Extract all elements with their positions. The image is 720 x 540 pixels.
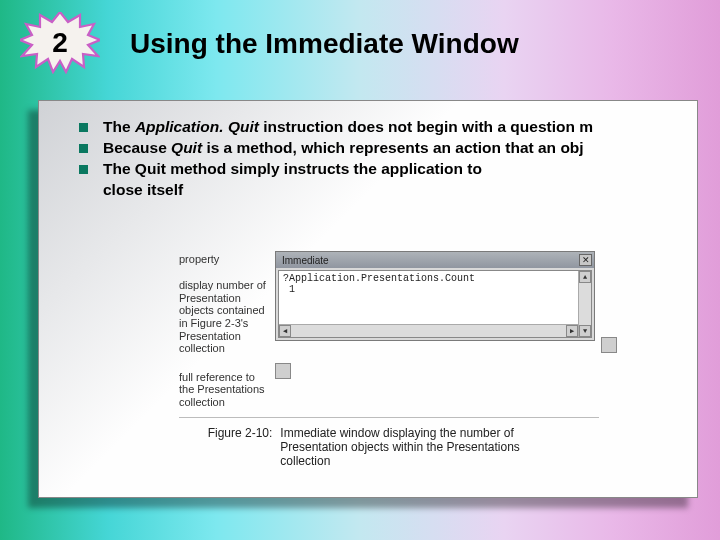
figure-number: Figure 2-10: xyxy=(208,426,273,468)
bullet-text: The Quit method simply instructs the app… xyxy=(103,160,482,177)
bullet-text: instruction does not begin with a questi… xyxy=(259,118,593,135)
bullet-item: The Application. Quit instruction does n… xyxy=(79,117,697,138)
starburst-number: 2 xyxy=(52,27,68,59)
bullet-item: Because Quit is a method, which represen… xyxy=(79,138,697,159)
figure-label-property: property xyxy=(179,251,269,265)
figure-caption: Figure 2-10: Immediate window displaying… xyxy=(179,426,599,468)
scroll-up-icon[interactable]: ▲ xyxy=(579,271,591,283)
figure-divider xyxy=(179,417,599,418)
scroll-left-icon[interactable]: ◀ xyxy=(279,325,291,337)
figure-label-fullref: full reference to the Presentations coll… xyxy=(179,359,269,409)
bullet-text: is a method, which represents an action … xyxy=(202,139,584,156)
bullet-list: The Application. Quit instruction does n… xyxy=(79,117,697,201)
bullet-text: close itself xyxy=(103,181,183,198)
immediate-body[interactable]: ?Application.Presentations.Count 1 ▲ ▼ ◀… xyxy=(278,270,592,338)
content-panel: The Application. Quit instruction does n… xyxy=(38,100,698,498)
bullet-text: Because xyxy=(103,139,171,156)
scroll-down-icon[interactable]: ▼ xyxy=(579,325,591,337)
callout-marker xyxy=(601,337,617,353)
figure: property display number of Presentation … xyxy=(179,251,644,468)
immediate-title-text: Immediate xyxy=(282,255,329,266)
immediate-code-line: ?Application.Presentations.Count xyxy=(283,273,587,284)
bullet-emphasis: Quit xyxy=(171,139,202,156)
immediate-window: Immediate ✕ ?Application.Presentations.C… xyxy=(275,251,595,341)
close-icon[interactable]: ✕ xyxy=(579,254,592,266)
vertical-scrollbar[interactable]: ▲ ▼ xyxy=(578,271,591,337)
figure-caption-text: Immediate window displaying the number o… xyxy=(280,426,570,468)
immediate-titlebar: Immediate ✕ xyxy=(276,252,594,268)
starburst-badge: 2 xyxy=(20,12,100,74)
bullet-text: The xyxy=(103,118,135,135)
figure-label-display: display number of Presentation objects c… xyxy=(179,269,269,355)
bullet-item: The Quit method simply instructs the app… xyxy=(79,159,697,201)
scroll-right-icon[interactable]: ▶ xyxy=(566,325,578,337)
horizontal-scrollbar[interactable]: ◀ ▶ xyxy=(279,324,578,337)
slide-title: Using the Immediate Window xyxy=(130,28,519,60)
bullet-emphasis: Application. Quit xyxy=(135,118,259,135)
callout-marker xyxy=(275,363,291,379)
immediate-result-line: 1 xyxy=(283,284,587,295)
